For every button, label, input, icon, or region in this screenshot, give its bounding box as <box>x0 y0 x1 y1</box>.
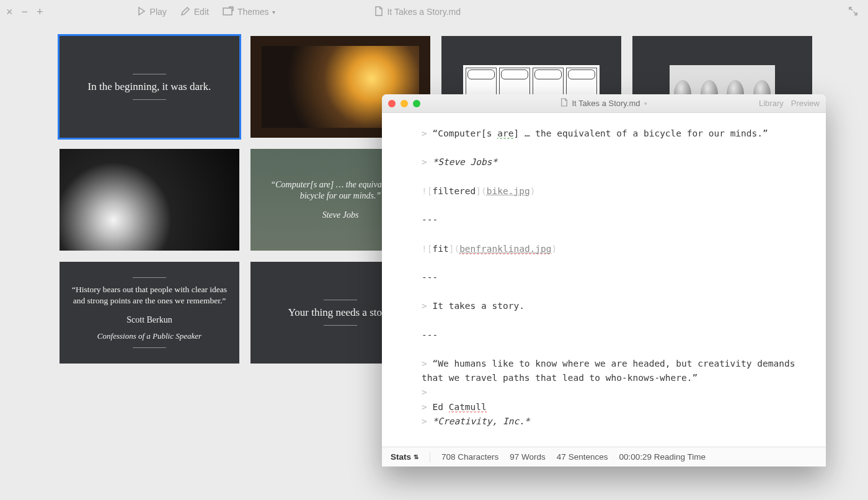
window-controls <box>388 100 420 107</box>
themes-button[interactable]: Themes ▾ <box>223 6 276 18</box>
slide-thumbnail[interactable]: “History bears out that people with clea… <box>60 262 239 364</box>
edit-label: Edit <box>194 7 209 17</box>
slide-author: Scott Berkun <box>126 315 172 325</box>
slide-thumbnail[interactable]: In the beginning, it was dark. <box>60 36 239 138</box>
close-icon[interactable]: × <box>6 6 13 19</box>
stat-reading-time: 00:00:29 Reading Time <box>619 452 706 462</box>
editor-titlebar[interactable]: It Takes a Story.md ▾ Library Preview <box>382 94 826 113</box>
pencil-icon <box>180 6 190 18</box>
play-icon <box>136 6 146 18</box>
slide-text: In the beginning, it was dark. <box>88 81 211 93</box>
svg-marker-0 <box>139 7 144 15</box>
svg-rect-1 <box>223 8 232 15</box>
play-button[interactable]: Play <box>136 6 167 18</box>
chevron-down-icon: ▾ <box>644 100 647 107</box>
play-label: Play <box>150 7 167 17</box>
document-icon <box>560 98 568 109</box>
editor-content[interactable]: > “Computer[s are] … the equivalent of a… <box>382 113 826 447</box>
themes-label: Themes <box>237 7 269 17</box>
themes-icon <box>223 6 234 18</box>
document-title-text: It Takes a Story.md <box>387 7 461 17</box>
stat-words: 97 Words <box>510 452 546 462</box>
minimize-window-icon[interactable] <box>401 100 408 107</box>
slide-image <box>60 149 239 251</box>
stat-sentences: 47 Sentences <box>557 452 608 462</box>
stat-characters: 708 Characters <box>441 452 498 462</box>
divider <box>430 452 430 462</box>
plus-icon[interactable]: + <box>37 6 43 19</box>
minus-icon[interactable]: − <box>22 6 29 19</box>
slide-text: Your thing needs a story. <box>288 306 393 319</box>
slide-thumbnail[interactable] <box>60 149 239 251</box>
document-icon <box>374 6 383 18</box>
editor-statusbar: Stats ⇅ 708 Characters 97 Words 47 Sente… <box>382 447 826 467</box>
stats-button[interactable]: Stats ⇅ <box>391 452 418 462</box>
slide-quote: “History bears out that people with clea… <box>68 284 231 306</box>
chevron-down-icon: ▾ <box>272 9 275 16</box>
fullscreen-icon[interactable] <box>848 6 858 18</box>
slide-source: Confessions of a Public Speaker <box>97 331 202 341</box>
editor-window: It Takes a Story.md ▾ Library Preview > … <box>382 94 826 467</box>
editor-filename: It Takes a Story.md <box>572 99 640 108</box>
preview-button[interactable]: Preview <box>791 99 820 108</box>
slide-author: Steve Jobs <box>322 210 359 220</box>
sort-icon: ⇅ <box>414 453 418 460</box>
library-button[interactable]: Library <box>759 99 784 108</box>
document-title[interactable]: It Takes a Story.md <box>374 6 461 18</box>
zoom-window-icon[interactable] <box>413 100 420 107</box>
close-window-icon[interactable] <box>388 100 396 107</box>
edit-button[interactable]: Edit <box>180 6 209 18</box>
app-toolbar: × − + Play Edit Themes ▾ It Takes a <box>0 0 868 24</box>
